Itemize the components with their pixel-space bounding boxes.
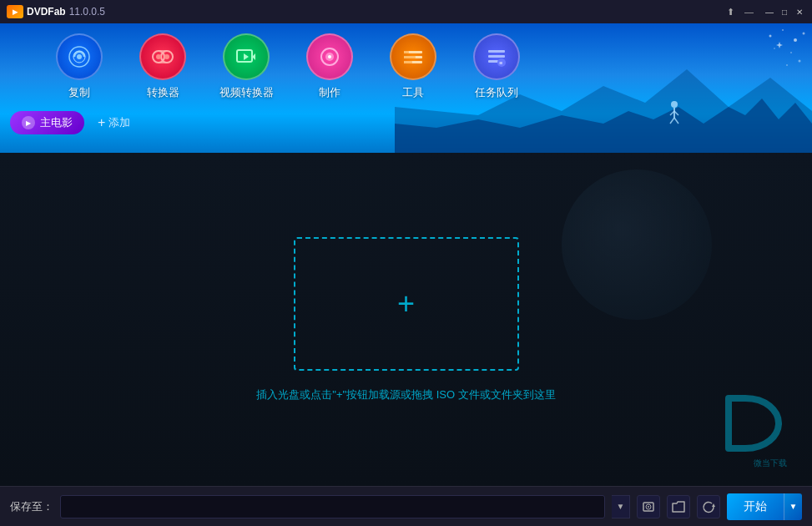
tray-icon-1: ⬆: [727, 7, 734, 18]
convert-label: 转换器: [147, 85, 179, 100]
queue-icon: ≡: [483, 43, 510, 70]
folder-icon-button[interactable]: [667, 495, 690, 518]
svg-point-20: [164, 54, 169, 59]
nav-item-tools[interactable]: 工具: [384, 33, 442, 100]
tools-label: 工具: [402, 85, 424, 100]
convert-icon-wrap: [139, 33, 186, 80]
start-button-dropdown[interactable]: ▼: [784, 493, 802, 520]
svg-point-40: [648, 506, 649, 508]
drop-zone-plus-icon: +: [397, 289, 415, 319]
disc-icon: [642, 500, 655, 513]
svg-rect-32: [404, 61, 412, 63]
drop-hint: 插入光盘或点击"+"按钮加载源或拖拽 ISO 文件或文件夹到这里: [256, 387, 555, 402]
svg-marker-41: [712, 503, 715, 507]
svg-point-15: [77, 54, 82, 59]
nav-item-video-converter[interactable]: 视频转换器: [217, 33, 275, 100]
header: 复制 转换器: [0, 23, 812, 153]
nav-item-convert[interactable]: 转换器: [134, 33, 192, 100]
close-button[interactable]: ✕: [794, 6, 805, 18]
create-icon: [316, 43, 343, 70]
save-path-input[interactable]: [60, 495, 605, 518]
svg-text:≡: ≡: [499, 60, 502, 66]
svg-point-26: [328, 55, 331, 58]
tools-icon-wrap: [390, 33, 436, 80]
folder-icon: [672, 501, 685, 513]
plus-icon: +: [98, 115, 105, 130]
toolbar-row: ▶ 主电影 + 添加: [0, 107, 812, 139]
dvdfab-logo-icon: ▶: [7, 5, 23, 18]
svg-rect-30: [404, 51, 409, 53]
create-icon-wrap: [306, 33, 353, 80]
tray-icon-2: —: [744, 7, 754, 17]
nav-item-copy[interactable]: 复制: [50, 33, 108, 100]
video-converter-label: 视频转换器: [219, 85, 274, 100]
title-bar: ▶ DVDFab 11.0.0.5 ⬆ — — □ ✕: [0, 0, 812, 23]
save-to-label: 保存至：: [10, 499, 53, 514]
svg-rect-34: [488, 55, 505, 58]
svg-point-19: [156, 54, 161, 59]
main-content: + 插入光盘或点击"+"按钮加载源或拖拽 ISO 文件或文件夹到这里 微当下载: [0, 153, 812, 486]
nav-row: 复制 转换器: [0, 23, 812, 107]
app-title: ▶ DVDFab 11.0.0.5: [7, 5, 105, 18]
video-converter-icon: [233, 43, 260, 70]
convert-icon: [149, 43, 176, 70]
copy-icon: [66, 43, 93, 70]
watermark-letter: [720, 394, 787, 461]
tools-icon: [400, 43, 426, 70]
svg-rect-33: [488, 50, 505, 53]
create-label: 制作: [319, 85, 340, 100]
maximize-button[interactable]: □: [779, 6, 790, 18]
queue-label: 任务队列: [475, 85, 518, 100]
main-movie-button[interactable]: ▶ 主电影: [10, 111, 84, 134]
disc-icon-button[interactable]: [637, 495, 660, 518]
add-source-button[interactable]: + 添加: [98, 115, 130, 130]
svg-marker-23: [244, 53, 249, 60]
copy-label: 复制: [68, 85, 90, 100]
copy-icon-wrap: [56, 33, 103, 80]
refresh-icon: [702, 500, 715, 513]
path-dropdown-button[interactable]: ▼: [612, 495, 630, 518]
start-button-wrap: 开始 ▼: [727, 493, 802, 520]
drop-zone[interactable]: +: [294, 237, 519, 371]
play-icon: ▶: [22, 116, 35, 129]
watermark: 微当下载: [720, 394, 787, 469]
svg-rect-35: [488, 60, 498, 63]
queue-icon-wrap: ≡: [473, 33, 520, 80]
start-button[interactable]: 开始: [727, 493, 784, 520]
video-converter-icon-wrap: [223, 33, 270, 80]
svg-rect-31: [404, 56, 416, 58]
nav-item-queue[interactable]: ≡ 任务队列: [467, 33, 526, 100]
minimize-button[interactable]: —: [764, 6, 775, 18]
footer: 保存至： ▼ 开始 ▼: [0, 486, 812, 526]
moon-decoration: [562, 169, 712, 320]
refresh-icon-button[interactable]: [697, 495, 720, 518]
window-controls: ⬆ — — □ ✕: [727, 6, 805, 18]
nav-item-create[interactable]: 制作: [300, 33, 359, 100]
